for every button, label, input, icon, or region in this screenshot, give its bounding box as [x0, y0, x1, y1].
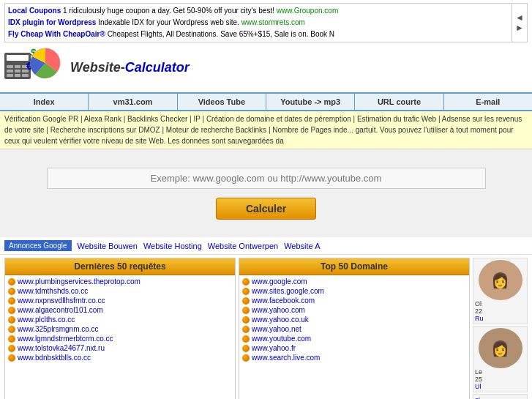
right-ad-2[interactable]: 👩 Le 25 Ul — [473, 326, 528, 392]
site-title: Website-Calculator — [70, 60, 190, 75]
bullet-icon — [242, 307, 250, 314]
bullet-icon — [8, 316, 15, 324]
list-item[interactable]: www.plumbingservices.theprotop.com — [8, 277, 232, 286]
list-item[interactable]: www.youtube.com — [242, 334, 466, 343]
bullet-icon — [8, 345, 15, 352]
desc-text: Vérification Google PR | Alexa Rank | Ba… — [4, 115, 522, 145]
top-domaine-col: Top 50 Domaine www.google.com www.sites.… — [239, 258, 470, 399]
annonces-google-link[interactable]: Annonces Google — [4, 240, 72, 251]
bullet-icon — [8, 335, 15, 343]
bullet-icon — [8, 326, 15, 333]
top-banner: Local Coupons 1 ridiculously huge coupon… — [4, 3, 528, 42]
ad-title-3[interactable]: Fly Cheap With CheapOair® — [8, 30, 105, 38]
ads-column: Local Coupons 1 ridiculously huge coupon… — [5, 4, 512, 42]
list-item[interactable]: www.facebook.com — [242, 296, 466, 305]
calculate-button[interactable]: Calculer — [216, 198, 316, 220]
bullet-icon — [8, 307, 15, 314]
list-item[interactable]: www.yahoo.com — [242, 305, 466, 315]
bullet-icon — [8, 297, 15, 305]
right-ad-1[interactable]: 👩 Ol 22 Ru — [473, 258, 528, 324]
list-item[interactable]: www.325plrsmgnm.co.cc — [8, 324, 232, 334]
ad-desc-1: 1 ridiculously huge coupon a day. Get 50… — [63, 7, 274, 15]
nav-item-videos[interactable]: Videos Tube — [178, 94, 266, 110]
ad-title-2[interactable]: IDX plugin for Wordpress — [8, 18, 96, 26]
input-container — [47, 168, 486, 189]
ad-line-3: Fly Cheap With CheapOair® Cheapest Fligh… — [8, 29, 509, 40]
nav-item-email[interactable]: E-mail — [444, 94, 532, 110]
banner-nav-arrows: ◄ ► — [512, 4, 527, 42]
nav-item-vm31[interactable]: vm31.com — [89, 94, 177, 110]
page-header: $ € Website-Calculator — [0, 42, 532, 92]
pie-chart-icon — [28, 45, 63, 81]
ads-website-ontwerpen[interactable]: Website Ontwerpen — [208, 242, 278, 250]
prev-arrow[interactable]: ◄ — [515, 12, 524, 23]
bullet-icon — [242, 335, 250, 343]
top-domaine-list: www.google.com www.sites.google.com www.… — [239, 275, 469, 364]
ad-desc-2: Indexable IDX for your Wordpress web sit… — [98, 18, 239, 26]
dernieres-requetes-col: Dernières 50 requêtes www.plumbingservic… — [4, 258, 236, 399]
logo-icons: $ € — [4, 45, 63, 89]
dernieres-list: www.plumbingservices.theprotop.com www.t… — [5, 275, 235, 364]
bullet-icon — [8, 278, 15, 286]
bullet-icon — [8, 288, 15, 295]
nav-item-youtube[interactable]: Youtube -> mp3 — [266, 94, 355, 110]
list-item[interactable]: www.plclths.co.cc — [8, 315, 232, 324]
list-item[interactable]: www.nxpnsvdllhsfrntr.co.cc — [8, 296, 232, 305]
ad-portrait-1: 👩 — [479, 260, 522, 300]
url-input[interactable] — [55, 173, 478, 184]
bullet-icon — [242, 345, 250, 352]
list-item[interactable]: www.search.live.com — [242, 353, 466, 362]
ad-line-1: Local Coupons 1 ridiculously huge coupon… — [8, 5, 509, 17]
ad-desc-3: Cheapest Flights, All Destinations. Save… — [108, 30, 334, 38]
nav-item-url[interactable]: URL courte — [355, 94, 443, 110]
right-ad-3[interactable]: gi — [473, 394, 528, 399]
ads-row: Annonces Google Website Bouwen Website H… — [0, 237, 532, 255]
ads-website-bouwen[interactable]: Website Bouwen — [78, 242, 138, 250]
list-item[interactable]: www.yahoo.co.uk — [242, 315, 466, 324]
ad-url-1: www.Groupon.com — [277, 7, 338, 15]
list-item[interactable]: www.tdmthshds.co.cc — [8, 286, 232, 296]
list-item[interactable]: www.algaecontrol101.com — [8, 305, 232, 315]
bullet-icon — [242, 288, 250, 295]
bullet-icon — [242, 354, 250, 362]
list-item[interactable]: www.tolstovka24677.nxt.ru — [8, 343, 232, 353]
ads-website-a[interactable]: Website A — [284, 242, 320, 250]
ad-line-2: IDX plugin for Wordpress Indexable IDX f… — [8, 17, 509, 29]
dernieres-header: Dernières 50 requêtes — [5, 258, 235, 275]
logo-area: $ € Website-Calculator — [4, 45, 190, 89]
list-item[interactable]: www.lgmndstrmerbtcrm.co.cc — [8, 334, 232, 343]
top-domaine-header: Top 50 Domaine — [239, 258, 469, 275]
ads-website-hosting[interactable]: Website Hosting — [143, 242, 202, 250]
list-item[interactable]: www.sites.google.com — [242, 286, 466, 296]
list-item[interactable]: www.google.com — [242, 277, 466, 286]
bullet-icon — [8, 354, 15, 362]
list-item[interactable]: www.yahoo.fr — [242, 343, 466, 353]
bullet-icon — [242, 297, 250, 305]
main-area: Calculer — [0, 149, 532, 237]
bullet-icon — [242, 316, 250, 324]
right-ads-column: 👩 Ol 22 Ru 👩 Le 25 Ul gi — [473, 258, 528, 399]
ad-portrait-2: 👩 — [479, 328, 522, 368]
bullet-icon — [242, 326, 250, 333]
ad-title-1[interactable]: Local Coupons — [8, 7, 61, 15]
ad-url-2: www.stormrets.com — [241, 18, 305, 26]
list-item[interactable]: www.bdnbsktblls.co.cc — [8, 353, 232, 362]
next-arrow[interactable]: ► — [515, 23, 524, 33]
bottom-section: Dernières 50 requêtes www.plumbingservic… — [0, 255, 532, 399]
description-bar: Vérification Google PR | Alexa Rank | Ba… — [0, 111, 532, 149]
nav-item-index[interactable]: Index — [0, 94, 89, 110]
navbar: Index vm31.com Videos Tube Youtube -> mp… — [0, 92, 532, 111]
list-item[interactable]: www.yahoo.net — [242, 324, 466, 334]
bullet-icon — [242, 278, 250, 286]
